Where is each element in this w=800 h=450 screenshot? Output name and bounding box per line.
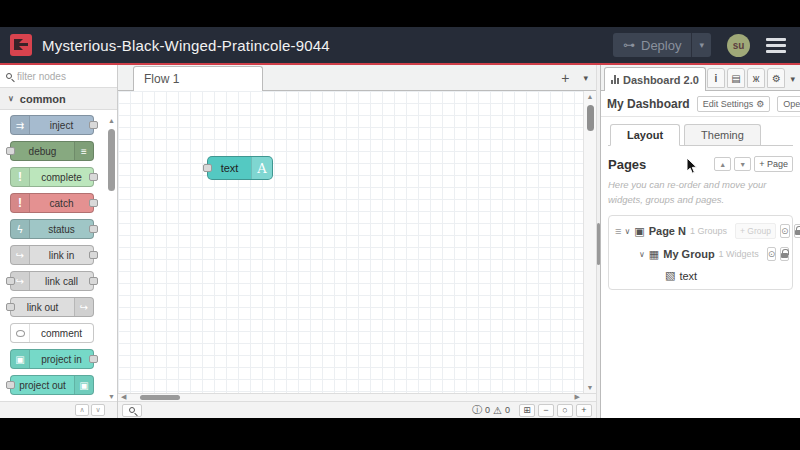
exclamation-icon: ! bbox=[11, 168, 30, 186]
canvas-vscroll-thumb[interactable] bbox=[587, 105, 594, 131]
main-menu-button[interactable] bbox=[766, 38, 786, 53]
tab-info[interactable]: i bbox=[707, 68, 725, 88]
palette-node-debug[interactable]: debug≡ bbox=[10, 141, 94, 161]
chevron-down-icon[interactable]: ∨ bbox=[624, 227, 630, 236]
add-group-button[interactable]: + Group bbox=[735, 223, 776, 239]
info-circle-icon[interactable]: ⓘ bbox=[472, 403, 482, 417]
comment-bubble-icon bbox=[11, 324, 30, 342]
warning-count: 0 bbox=[505, 405, 510, 415]
node-output-port[interactable] bbox=[89, 173, 98, 181]
scroll-up-icon[interactable]: ▲ bbox=[107, 117, 116, 124]
sidebar-splitter[interactable] bbox=[596, 65, 600, 418]
deploy-options-caret[interactable]: ▾ bbox=[691, 33, 711, 57]
gear-icon: ⚙ bbox=[772, 73, 781, 84]
splitter-grip[interactable] bbox=[597, 223, 600, 265]
user-avatar[interactable]: su bbox=[727, 34, 750, 57]
page-group-count: 1 Groups bbox=[690, 226, 727, 236]
page-lock-button[interactable] bbox=[794, 224, 800, 238]
tree-row-widget[interactable]: ▧ text bbox=[613, 265, 788, 286]
info-count: 0 bbox=[485, 405, 490, 415]
palette-scrollbar-thumb[interactable] bbox=[108, 129, 115, 191]
tab-theming[interactable]: Theming bbox=[684, 124, 761, 145]
palette-search[interactable] bbox=[0, 65, 117, 88]
warning-icon[interactable]: ⚠ bbox=[493, 405, 502, 416]
flow-canvas-panel: Flow 1 + ▾ text A ▲ ▼ bbox=[118, 65, 596, 418]
node-output-port[interactable] bbox=[89, 277, 98, 285]
canvas-vertical-scrollbar[interactable]: ▲ ▼ bbox=[583, 91, 596, 393]
flow-tab-flow1[interactable]: Flow 1 bbox=[133, 66, 263, 91]
node-output-port[interactable] bbox=[89, 251, 98, 259]
palette-node-label: project in bbox=[30, 354, 93, 365]
palette-scrollbar[interactable]: ▲ ▼ bbox=[107, 117, 116, 400]
palette-node-comment[interactable]: comment bbox=[10, 323, 94, 343]
edit-settings-button[interactable]: Edit Settings ⚙ bbox=[697, 96, 771, 112]
node-output-port[interactable] bbox=[89, 225, 98, 233]
scroll-down-icon[interactable]: ▼ bbox=[107, 393, 116, 400]
palette-node-link-in[interactable]: ↪link in bbox=[10, 245, 94, 265]
palette-node-project-in[interactable]: ▣project in bbox=[10, 349, 94, 369]
node-input-port[interactable] bbox=[203, 164, 212, 172]
add-page-button[interactable]: + Page bbox=[754, 156, 793, 172]
tab-debug[interactable]: ж bbox=[747, 68, 765, 88]
move-page-down-button[interactable]: ▼ bbox=[734, 157, 751, 171]
zoom-reset-button[interactable]: ○ bbox=[557, 404, 573, 417]
scroll-right-icon[interactable]: ▶ bbox=[575, 393, 580, 401]
sidebar-tabs-caret[interactable]: ▾ bbox=[790, 74, 795, 84]
group-lock-button[interactable] bbox=[780, 247, 789, 261]
drag-handle-icon[interactable]: ≡ bbox=[615, 225, 620, 237]
node-input-port[interactable] bbox=[6, 277, 15, 285]
node-output-port[interactable] bbox=[89, 199, 98, 207]
palette-node-complete[interactable]: !complete bbox=[10, 167, 94, 187]
add-flow-button[interactable]: + bbox=[561, 71, 569, 85]
flow-workspace[interactable]: text A ▲ ▼ bbox=[118, 91, 596, 393]
tab-config-nodes[interactable]: ⚙ bbox=[767, 68, 785, 88]
palette-node-project-out[interactable]: project out▣ bbox=[10, 375, 94, 395]
move-page-up-button[interactable]: ▲ bbox=[714, 157, 731, 171]
node-input-port[interactable] bbox=[6, 303, 15, 311]
eye-icon: ⊙ bbox=[781, 226, 789, 236]
scroll-left-icon[interactable]: ◀ bbox=[121, 393, 126, 401]
tab-dashboard-2[interactable]: Dashboard 2.0 bbox=[604, 67, 706, 91]
canvas-hscroll-thumb[interactable] bbox=[140, 395, 180, 400]
group-visibility-button[interactable]: ⊙ bbox=[767, 247, 777, 261]
node-input-port[interactable] bbox=[6, 381, 15, 389]
node-input-port[interactable] bbox=[6, 147, 15, 155]
toggle-navigator-button[interactable]: ⊞ bbox=[519, 404, 535, 417]
canvas-horizontal-scrollbar[interactable]: ◀ ▶ bbox=[118, 393, 596, 401]
zoom-in-button[interactable]: + bbox=[576, 404, 592, 417]
node-output-port[interactable] bbox=[89, 121, 98, 129]
palette-node-label: link call bbox=[30, 276, 93, 287]
deploy-button[interactable]: ⊶ Deploy ▾ bbox=[613, 33, 711, 57]
palette-node-label: catch bbox=[30, 198, 93, 209]
palette-collapse-all-button[interactable]: ∧ bbox=[75, 404, 89, 416]
inject-arrows-icon: ⇉ bbox=[11, 116, 30, 134]
zoom-out-button[interactable]: − bbox=[538, 404, 554, 417]
search-icon bbox=[6, 73, 12, 79]
palette-search-input[interactable] bbox=[17, 71, 97, 82]
palette-node-link-call[interactable]: ↪link call bbox=[10, 271, 94, 291]
flow-node-text[interactable]: text A bbox=[207, 156, 273, 180]
palette-node-link-out[interactable]: link out↪ bbox=[10, 297, 94, 317]
scroll-down-icon[interactable]: ▼ bbox=[584, 384, 596, 391]
palette-node-inject[interactable]: ⇉inject bbox=[10, 115, 94, 135]
palette-category-common[interactable]: ∨ common bbox=[0, 88, 117, 110]
tree-row-group[interactable]: ∨ ▦ My Group 1 Widgets ⊙ bbox=[613, 243, 788, 265]
canvas-footer: ⓘ 0 ⚠ 0 ⊞ − ○ + bbox=[118, 401, 596, 418]
search-flows-button[interactable] bbox=[122, 404, 142, 417]
flow-list-caret[interactable]: ▾ bbox=[583, 73, 588, 83]
tab-layout[interactable]: Layout bbox=[610, 124, 680, 146]
open-dashboard-button[interactable]: Open Dashboard ↗ bbox=[777, 96, 800, 112]
dashboard-sidebar-content: Layout Theming Pages ▲ ▼ + Page Here you… bbox=[601, 117, 800, 418]
palette-expand-all-button[interactable]: ∨ bbox=[91, 404, 105, 416]
tab-help[interactable]: ▤ bbox=[727, 68, 745, 88]
page-visibility-button[interactable]: ⊙ bbox=[780, 224, 790, 238]
link-icon: ↪ bbox=[11, 246, 30, 264]
node-output-port[interactable] bbox=[89, 355, 98, 363]
palette-category-label: common bbox=[20, 93, 66, 105]
tree-row-page[interactable]: ≡ ∨ ▣ Page N 1 Groups + Group ⊙ bbox=[613, 219, 788, 243]
palette-node-status[interactable]: ϟstatus bbox=[10, 219, 94, 239]
palette-node-catch[interactable]: !catch bbox=[10, 193, 94, 213]
deploy-button-main[interactable]: ⊶ Deploy bbox=[613, 38, 691, 53]
scroll-up-icon[interactable]: ▲ bbox=[584, 93, 596, 100]
chevron-down-icon[interactable]: ∨ bbox=[639, 250, 645, 259]
